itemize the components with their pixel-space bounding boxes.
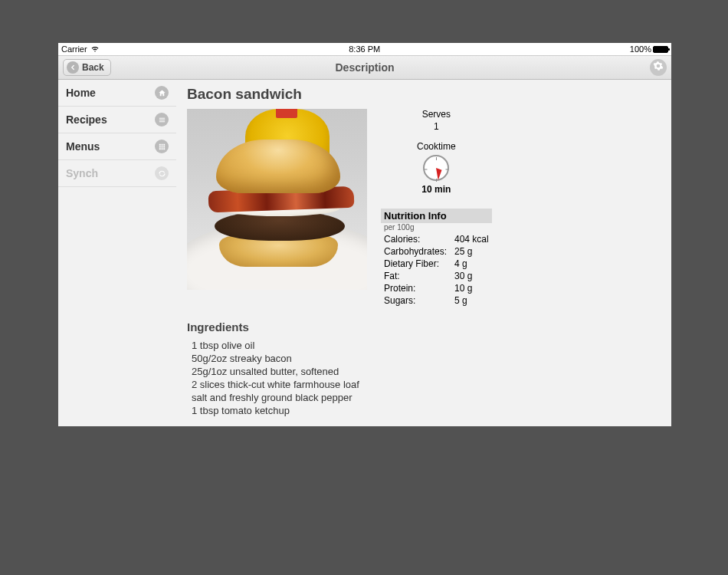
app-window: Carrier 8:36 PM 100% Back Description [58, 43, 671, 426]
recipe-title: Bacon sandwich [187, 86, 661, 103]
sidebar-item-label: Menus [66, 140, 100, 153]
back-arrow-icon [67, 61, 79, 74]
ingredient-item: 25g/1oz unsalted butter, softened [192, 366, 661, 377]
gear-icon [653, 61, 664, 74]
carrier-label: Carrier [61, 44, 87, 54]
nutrition-key: Sugars: [384, 295, 450, 306]
nutrition-row: Calories:404 kcal [381, 233, 492, 245]
sidebar-item-label: Synch [66, 167, 98, 179]
sidebar-item-menus[interactable]: Menus [58, 133, 176, 160]
ingredients-heading: Ingredients [187, 320, 661, 334]
nutrition-value: 30 g [454, 271, 472, 281]
ingredients-list: 1 tbsp olive oil50g/2oz streaky bacon25g… [187, 340, 661, 416]
nutrition-value: 10 g [454, 283, 472, 294]
clock-icon [423, 155, 449, 181]
sidebar-item-label: Home [66, 87, 96, 99]
recipe-photo [187, 109, 367, 290]
nutrition-row: Sugars:5 g [381, 294, 492, 307]
ingredient-item: 1 tbsp olive oil [192, 340, 661, 351]
battery-icon [653, 46, 668, 53]
nutrition-row: Dietary Fiber:4 g [381, 258, 492, 270]
nutrition-sub: per 100g [381, 223, 492, 233]
nutrition-value: 404 kcal [454, 234, 489, 245]
sidebar-item-recipes[interactable]: Recipes [58, 107, 176, 133]
nutrition-box: Nutrition Info per 100g Calories:404 kca… [381, 209, 492, 307]
sidebar-item-home[interactable]: Home [58, 80, 176, 107]
list-icon [155, 113, 169, 127]
grid-icon [155, 140, 169, 153]
nav-bar: Back Description [58, 55, 671, 80]
back-button-label: Back [82, 62, 104, 73]
nutrition-value: 25 g [454, 246, 472, 257]
nutrition-row: Protein:10 g [381, 282, 492, 294]
status-bar: Carrier 8:36 PM 100% [58, 43, 671, 55]
sidebar-item-label: Recipes [66, 113, 107, 126]
nutrition-row: Fat:30 g [381, 270, 492, 282]
ingredient-item: 2 slices thick-cut white farmhouse loaf [192, 379, 661, 390]
status-time: 8:36 PM [100, 44, 630, 54]
cooktime-label: Cooktime [381, 141, 492, 152]
settings-button[interactable] [650, 59, 667, 76]
serves-label: Serves [381, 109, 492, 120]
nutrition-row: Carbohydrates:25 g [381, 245, 492, 258]
nutrition-key: Fat: [384, 271, 450, 281]
cooktime-box: Cooktime 10 min [381, 141, 492, 195]
ingredient-item: 1 tbsp tomato ketchup [192, 405, 661, 416]
home-icon [155, 86, 169, 100]
serves-box: Serves 1 [381, 109, 492, 132]
sidebar: Home Recipes Menus Synch [58, 80, 176, 426]
battery-percent: 100% [630, 44, 651, 54]
nutrition-key: Calories: [384, 234, 450, 245]
nutrition-value: 5 g [454, 295, 467, 306]
sidebar-item-synch[interactable]: Synch [58, 160, 176, 187]
sync-icon [155, 166, 169, 180]
content-area: Bacon sandwich Serves 1 [176, 80, 671, 426]
back-button[interactable]: Back [63, 59, 111, 76]
nutrition-value: 4 g [454, 258, 467, 269]
wifi-icon [90, 44, 100, 54]
serves-value: 1 [381, 121, 492, 132]
nutrition-key: Dietary Fiber: [384, 258, 450, 269]
ingredient-item: 50g/2oz streaky bacon [192, 353, 661, 364]
ingredient-item: salt and freshly ground black pepper [192, 392, 661, 403]
nutrition-key: Carbohydrates: [384, 246, 450, 257]
nutrition-heading: Nutrition Info [381, 209, 492, 223]
nutrition-key: Protein: [384, 283, 450, 294]
page-title: Description [58, 61, 671, 74]
cooktime-value: 10 min [381, 184, 492, 195]
